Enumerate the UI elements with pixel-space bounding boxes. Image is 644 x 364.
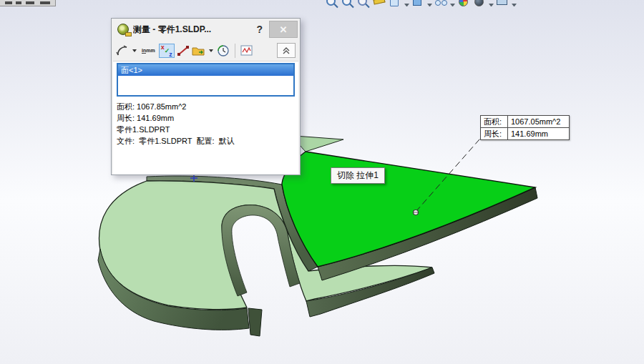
dialog-title: 测量 - 零件1.SLDP... xyxy=(133,24,250,36)
dropdown-arrow-icon[interactable] xyxy=(489,4,494,7)
callout-perimeter-label: 周长: xyxy=(481,128,508,140)
callout-row: 周长: 141.69mm xyxy=(481,128,570,140)
measure-dialog-body: 面<1> 面积: 1067.85mm^2 周长: 141.69mm 零件1.SL… xyxy=(113,61,298,174)
callout-area-value: 1067.05mm^2 xyxy=(508,116,570,128)
heads-up-view-toolbar xyxy=(326,0,533,9)
dropdown-arrow-icon[interactable] xyxy=(209,49,213,52)
3d-viewport[interactable] xyxy=(0,0,644,364)
export-folder-icon[interactable] xyxy=(192,44,205,58)
selection-item-face[interactable]: 面<1> xyxy=(118,64,293,76)
measurement-results: 面积: 1067.85mm^2 周长: 141.69mm 零件1.SLDPRT … xyxy=(117,101,295,147)
measure-dialog: 测量 - 零件1.SLDP... ? ✕ in mm x ✓ z xyxy=(111,18,301,175)
hide-show-items-icon[interactable] xyxy=(457,0,471,9)
measure-point-marker xyxy=(414,210,419,215)
view-orientation-icon[interactable] xyxy=(411,0,425,9)
measure-ruler-icon[interactable] xyxy=(373,0,386,9)
result-area: 面积: 1067.85mm^2 xyxy=(117,101,295,112)
measure-history-icon[interactable] xyxy=(217,44,230,58)
callout-perimeter-value: 141.69mm xyxy=(508,128,570,140)
selection-listbox[interactable]: 面<1> xyxy=(117,63,295,97)
help-button[interactable]: ? xyxy=(250,24,269,35)
measure-dialog-toolbar: in mm x ✓ z xyxy=(112,40,300,61)
clipped-glyph xyxy=(16,1,21,4)
clipped-glyph xyxy=(5,1,12,4)
apply-scene-icon[interactable] xyxy=(496,0,509,9)
result-file: 文件: 零件1.SLDPRT 配置: 默认 xyxy=(117,135,295,147)
dialog-titlebar[interactable]: 测量 - 零件1.SLDP... ? ✕ xyxy=(112,19,300,40)
measurement-callout[interactable]: 面积: 1067.05mm^2 周长: 141.69mm xyxy=(480,115,570,140)
dropdown-arrow-icon[interactable] xyxy=(450,4,455,7)
section-view-icon[interactable] xyxy=(389,0,402,9)
callout-area-label: 面积: xyxy=(481,116,508,128)
clipped-glyph xyxy=(40,1,50,4)
clipped-glyph xyxy=(26,1,34,4)
edit-appearance-icon[interactable] xyxy=(473,0,487,9)
disc-top-wedge xyxy=(295,136,343,152)
measure-tape-icon xyxy=(117,24,129,35)
dropdown-arrow-icon[interactable] xyxy=(512,4,517,7)
feature-tooltip: 切除 拉伸1 xyxy=(331,167,385,184)
solidworks-viewport: { "measure_dialog": { "title": "测量 - 零件1… xyxy=(0,0,644,364)
dropdown-arrow-icon[interactable] xyxy=(427,4,432,7)
toolbar-separator xyxy=(235,44,235,58)
zoom-area-icon[interactable] xyxy=(341,0,355,9)
dropdown-arrow-icon[interactable] xyxy=(404,4,409,7)
arc-measure-icon[interactable] xyxy=(116,44,129,58)
previous-view-icon[interactable] xyxy=(357,0,371,9)
double-chevron-up-icon xyxy=(283,47,290,54)
dropdown-arrow-icon[interactable] xyxy=(132,49,137,52)
zoom-fit-icon[interactable] xyxy=(326,0,339,9)
display-style-icon[interactable] xyxy=(434,0,448,9)
collapse-button[interactable] xyxy=(277,43,296,58)
show-xyz-toggle[interactable]: x ✓ z xyxy=(159,44,175,58)
point-to-point-icon[interactable] xyxy=(177,44,190,58)
result-perimeter: 周长: 141.69mm xyxy=(117,112,295,124)
sensor-icon[interactable] xyxy=(240,44,253,58)
clipped-menu-fragment[interactable] xyxy=(0,0,56,6)
result-part: 零件1.SLDPRT xyxy=(117,124,295,135)
callout-row: 面积: 1067.05mm^2 xyxy=(481,116,570,128)
close-button[interactable]: ✕ xyxy=(269,21,298,38)
units-icon[interactable]: in mm xyxy=(140,44,157,58)
notch-slot-wall xyxy=(248,308,262,336)
